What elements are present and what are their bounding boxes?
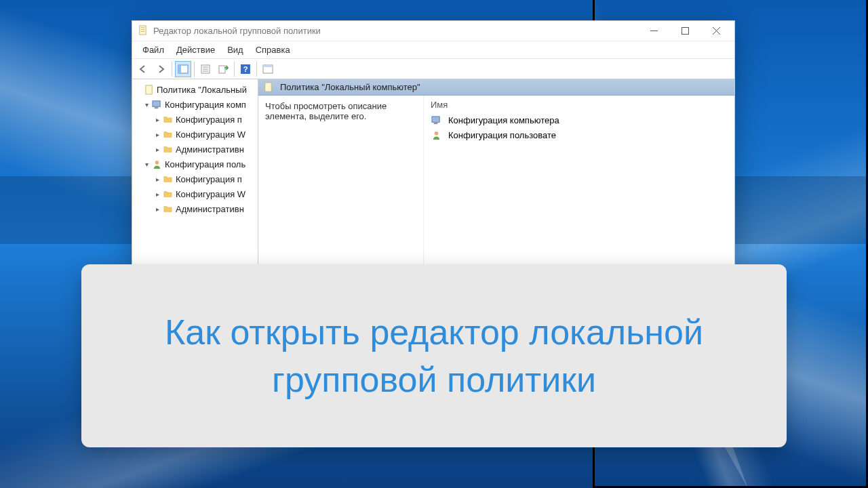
svg-rect-19: [145, 85, 151, 94]
chevron-right-icon[interactable]: ▸: [153, 146, 162, 153]
folder-icon: [162, 129, 173, 140]
chevron-right-icon[interactable]: ▸: [153, 131, 162, 138]
folder-icon: [162, 203, 173, 214]
computer-icon: [431, 115, 441, 125]
chevron-right-icon[interactable]: ▸: [153, 205, 162, 213]
tree-computer-config[interactable]: ▾ Конфигурация комп: [132, 97, 258, 112]
svg-rect-9: [178, 65, 181, 73]
chevron-right-icon[interactable]: ▸: [153, 176, 162, 183]
chevron-down-icon[interactable]: ▾: [142, 161, 151, 168]
document-icon: [143, 84, 154, 95]
menu-help[interactable]: Справка: [250, 43, 296, 57]
minimize-button[interactable]: [638, 21, 669, 41]
tree-label: Конфигурация п: [176, 115, 242, 125]
svg-rect-20: [152, 100, 159, 106]
tree-item[interactable]: ▸ Конфигурация W: [132, 186, 258, 201]
main-panel: Политика "Локальный компьютер" Чтобы про…: [258, 79, 734, 277]
tree-panel[interactable]: Политика "Локальный ▾ Конфигурация комп …: [132, 79, 258, 277]
svg-rect-24: [431, 116, 439, 121]
tree-label: Конфигурация W: [176, 189, 245, 199]
svg-rect-0: [140, 25, 146, 34]
svg-point-26: [434, 131, 438, 135]
tree-item[interactable]: ▸ Конфигурация п: [132, 171, 258, 186]
tree-user-config[interactable]: ▾ Конфигурация поль: [132, 157, 258, 171]
app-icon: [138, 25, 148, 37]
app-window: Редактор локальной групповой политики Фа…: [132, 20, 735, 278]
svg-rect-18: [263, 65, 273, 67]
tree-label: Конфигурация комп: [165, 100, 246, 110]
titlebar[interactable]: Редактор локальной групповой политики: [132, 21, 734, 41]
list-item-label: Конфигурация компьютера: [448, 115, 559, 125]
tree-label: Конфигурация поль: [165, 159, 245, 169]
caption-card: Как открыть редактор локальной групповой…: [81, 264, 787, 447]
column-header-name[interactable]: Имя: [431, 100, 728, 110]
tree-label: Политика "Локальный: [157, 85, 247, 95]
filter-button[interactable]: [260, 61, 276, 77]
tree-label: Конфигурация W: [176, 129, 245, 140]
tree-label: Административн: [176, 204, 244, 214]
tree-item[interactable]: ▸ Конфигурация п: [132, 112, 258, 127]
back-button[interactable]: [135, 61, 151, 77]
user-icon: [151, 159, 162, 169]
menubar: Файл Действие Вид Справка: [132, 41, 734, 59]
folder-icon: [162, 174, 173, 184]
tree-item[interactable]: ▸ Административн: [132, 142, 258, 157]
properties-button[interactable]: [197, 61, 214, 77]
svg-rect-5: [682, 28, 688, 35]
chevron-right-icon[interactable]: ▸: [153, 116, 162, 123]
svg-rect-25: [433, 123, 437, 124]
chevron-right-icon[interactable]: ▸: [153, 190, 162, 198]
folder-icon: [162, 144, 173, 155]
main-header-title: Политика "Локальный компьютер": [280, 82, 420, 92]
description-pane: Чтобы просмотреть описание элемента, выд…: [258, 96, 424, 277]
computer-icon: [151, 99, 162, 110]
show-tree-button[interactable]: [175, 61, 191, 77]
caption-text: Как открыть редактор локальной групповой…: [108, 308, 760, 403]
tree-label: Административн: [176, 144, 244, 155]
list-item[interactable]: Конфигурация пользовате: [431, 127, 728, 142]
svg-point-22: [155, 160, 159, 164]
tree-root[interactable]: Политика "Локальный: [132, 82, 258, 97]
svg-rect-23: [264, 83, 271, 92]
svg-text:?: ?: [243, 65, 248, 73]
toolbar-separator: [234, 62, 235, 77]
close-button[interactable]: [701, 21, 732, 41]
toolbar: ?: [132, 59, 734, 79]
toolbar-separator: [172, 62, 172, 77]
window-body: Политика "Локальный ▾ Конфигурация комп …: [132, 79, 734, 277]
svg-rect-21: [154, 107, 158, 108]
maximize-button[interactable]: [669, 21, 701, 41]
tree-label: Конфигурация п: [176, 174, 242, 184]
main-header: Политика "Локальный компьютер": [258, 79, 734, 96]
tree-item[interactable]: ▸ Конфигурация W: [132, 127, 258, 142]
description-text: Чтобы просмотреть описание элемента, выд…: [265, 101, 416, 121]
list-pane[interactable]: Имя Конфигурация компьютера Конфигурация…: [424, 96, 734, 277]
window-title: Редактор локальной групповой политики: [153, 26, 638, 36]
help-button[interactable]: ?: [237, 61, 254, 77]
folder-icon: [162, 188, 173, 199]
tree-item[interactable]: ▸ Административн: [132, 201, 258, 216]
document-icon: [262, 82, 273, 93]
user-icon: [431, 129, 441, 140]
chevron-down-icon[interactable]: ▾: [142, 101, 151, 108]
toolbar-separator: [194, 62, 195, 77]
svg-rect-14: [219, 66, 225, 73]
list-item-label: Конфигурация пользовате: [448, 130, 556, 140]
export-button[interactable]: [215, 61, 231, 77]
main-content: Чтобы просмотреть описание элемента, выд…: [258, 96, 734, 277]
list-item[interactable]: Конфигурация компьютера: [431, 113, 728, 127]
menu-file[interactable]: Файл: [136, 43, 170, 57]
forward-button[interactable]: [153, 61, 169, 77]
menu-view[interactable]: Вид: [221, 43, 250, 57]
toolbar-separator: [256, 62, 257, 77]
menu-action[interactable]: Действие: [170, 43, 221, 57]
window-controls: [638, 21, 732, 41]
folder-icon: [162, 114, 173, 125]
